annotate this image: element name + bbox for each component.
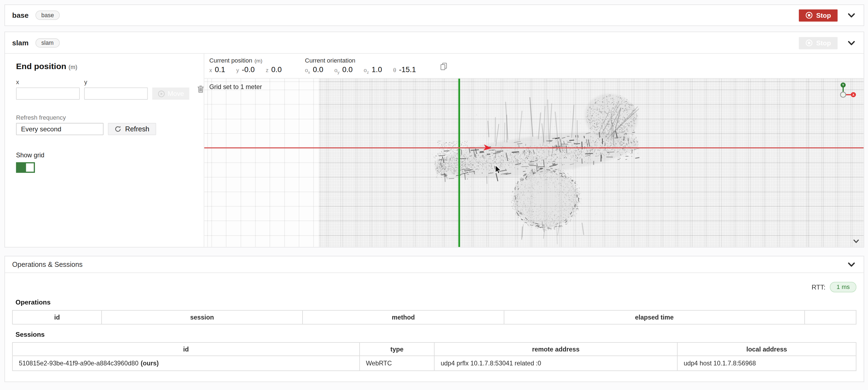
move-button-disabled: Move [152, 87, 190, 100]
robot-pose-marker-icon [482, 143, 493, 155]
copy-icon [440, 64, 447, 72]
operations-col-id: id [13, 311, 102, 324]
position-z-value: z0.0 [266, 65, 281, 73]
current-position-group: Current position(m) x0.1 y-0.0 z0.0 [209, 57, 281, 74]
position-x-value: x0.1 [209, 65, 225, 73]
refresh-frequency-select[interactable]: Every second [16, 123, 103, 135]
end-position-x-input[interactable] [16, 87, 80, 100]
rtt-row: RTT: 1 ms [5, 273, 864, 293]
x-input-group: x [16, 79, 80, 100]
chevron-down-icon [853, 237, 859, 245]
session-ownership-badge: (ours) [141, 360, 159, 366]
slam-component-panel: slam slam Stop End position(m) [4, 32, 864, 248]
sessions-table-heading: Sessions [16, 331, 864, 338]
axes-gizmo: Y X [836, 80, 859, 105]
y-input-label: y [84, 79, 148, 85]
origin-node [840, 92, 846, 97]
current-position-unit: (m) [254, 58, 262, 64]
position-y-value: y-0.0 [236, 65, 254, 73]
refresh-frequency-row: Every second Refresh [16, 123, 193, 135]
chevron-down-icon [847, 39, 855, 47]
operations-table-heading: Operations [16, 299, 864, 306]
slam-pointcloud-canvas [204, 79, 864, 247]
stop-circle-icon [806, 12, 813, 19]
slam-type-tag: slam [35, 38, 60, 48]
slam-stop-button-disabled: Stop [799, 37, 837, 49]
operations-col-session: session [102, 311, 303, 324]
base-stop-button[interactable]: Stop [799, 9, 837, 21]
end-position-unit: (m) [68, 64, 77, 70]
sessions-table: id type remote address local address 510… [12, 342, 857, 371]
grid-scale-note: Grid set to 1 meter [209, 84, 262, 90]
play-circle-icon [158, 90, 165, 97]
trash-icon [197, 86, 204, 94]
operations-panel-title: Operations & Sessions [12, 261, 83, 268]
map-expand-button[interactable] [852, 238, 860, 245]
sessions-col-local: local address [678, 343, 856, 356]
sessions-col-remote: remote address [435, 343, 678, 356]
show-grid-toggle[interactable] [16, 162, 35, 173]
y-input-group: y [84, 79, 148, 100]
orientation-oy-value: oy0.0 [334, 65, 352, 74]
session-row-id: 510815e2-93be-41f9-a90e-a884c3960d80 (ou… [13, 356, 360, 370]
current-orientation-values: ox0.0 oy0.0 oz1.0 θ-15.1 [305, 65, 416, 74]
slam-controls-column: End position(m) x y Move [5, 54, 204, 247]
operations-collapse-button[interactable] [846, 261, 856, 268]
slam-collapse-button[interactable] [846, 39, 856, 47]
orientation-theta-value: θ-15.1 [393, 65, 416, 74]
base-panel-title: base [12, 11, 29, 20]
operations-col-elapsed: elapsed time [504, 311, 805, 324]
session-id-value: 510815e2-93be-41f9-a90e-a884c3960d80 [19, 360, 138, 366]
move-button-label: Move [168, 90, 184, 97]
base-stop-label: Stop [816, 11, 831, 19]
end-position-heading: End position(m) [16, 61, 193, 71]
base-type-tag: base [35, 10, 60, 20]
sessions-col-type: type [360, 343, 435, 356]
current-orientation-title: Current orientation [305, 57, 355, 64]
refresh-frequency-label: Refresh frequency [16, 114, 193, 121]
operations-col-method: method [303, 311, 504, 324]
map-fine-grid [319, 79, 864, 247]
slam-panel-title: slam [12, 39, 29, 47]
slam-stop-label: Stop [816, 39, 831, 47]
y-axis-node [841, 83, 846, 88]
app-stage: base base Stop slam slam [0, 0, 868, 390]
base-collapse-button[interactable] [846, 11, 856, 19]
session-row-remote-address: udp4 prflx 10.1.7.8:53041 related :0 [435, 356, 678, 370]
current-orientation-heading: Current orientation [305, 57, 416, 64]
operations-sessions-panel: Operations & Sessions RTT: 1 ms Operatio… [4, 256, 864, 382]
current-position-values: x0.1 y-0.0 z0.0 [209, 65, 281, 73]
current-position-heading: Current position(m) [209, 57, 281, 64]
refresh-icon [115, 126, 121, 132]
slam-panel-body: End position(m) x y Move [5, 53, 864, 247]
map-x-axis-line [204, 147, 864, 148]
session-row-type: WebRTC [360, 356, 435, 370]
rtt-label: RTT: [811, 283, 826, 291]
toggle-handle [26, 163, 34, 172]
slam-map-view[interactable]: Grid set to 1 meter Y X [204, 79, 864, 247]
end-position-y-input[interactable] [84, 87, 148, 100]
session-row-local-address: udp4 host 10.1.7.8:56968 [678, 356, 856, 370]
orientation-oz-value: oz1.0 [364, 65, 382, 74]
refresh-button-label: Refresh [125, 125, 149, 133]
chevron-down-icon [847, 11, 855, 20]
operations-table: id session method elapsed time [12, 310, 857, 325]
mouse-cursor-icon [495, 165, 503, 177]
end-position-inputs-row: x y Move [16, 79, 193, 100]
sessions-col-id: id [13, 343, 360, 356]
current-orientation-group: Current orientation ox0.0 oy0.0 oz1.0 θ-… [305, 57, 416, 75]
rtt-status-badge: 1 ms [830, 282, 857, 293]
svg-text:Y: Y [842, 83, 844, 87]
refresh-button[interactable]: Refresh [108, 123, 156, 135]
copy-pose-button[interactable] [439, 61, 448, 71]
x-input-label: x [16, 79, 80, 85]
end-position-title: End position [16, 61, 66, 71]
orientation-ox-value: ox0.0 [305, 65, 323, 74]
svg-text:X: X [852, 93, 855, 96]
x-axis-node [851, 92, 856, 97]
base-panel-header: base base Stop [5, 5, 864, 25]
slam-panel-header: slam slam Stop [5, 32, 864, 54]
map-y-axis-line [459, 79, 460, 247]
operations-col-actions [805, 311, 856, 324]
chevron-down-icon [847, 261, 855, 269]
